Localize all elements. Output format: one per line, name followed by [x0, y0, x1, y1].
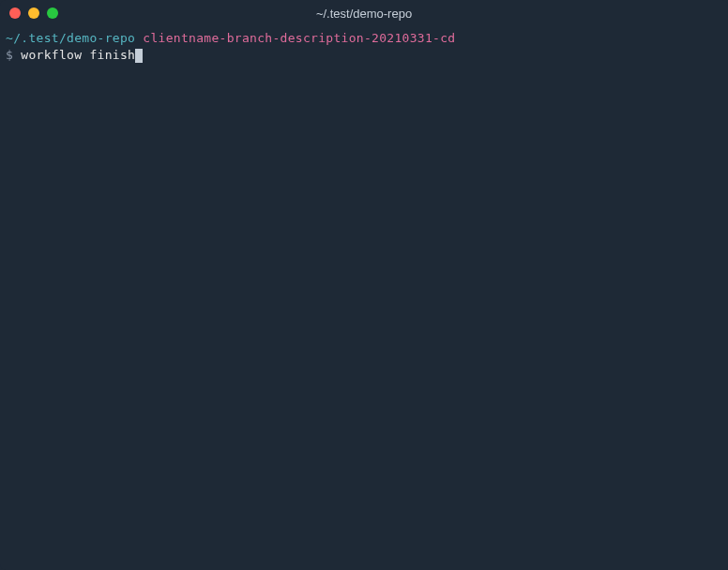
git-branch-name: clientname-branch-description-20210331-c…	[143, 31, 455, 45]
maximize-icon[interactable]	[47, 8, 58, 19]
traffic-lights	[0, 8, 58, 19]
cwd-path: ~/.test/demo-repo	[6, 31, 135, 45]
close-icon[interactable]	[9, 8, 21, 19]
terminal-body[interactable]: ~/.test/demo-repo clientname-branch-desc…	[0, 26, 728, 570]
minimize-icon[interactable]	[28, 8, 39, 19]
prompt-symbol: $	[6, 48, 13, 62]
titlebar: ~/.test/demo-repo	[0, 0, 728, 26]
window-title: ~/.test/demo-repo	[0, 7, 728, 21]
command-text: workflow finish	[21, 48, 135, 62]
prompt-line: ~/.test/demo-repo clientname-branch-desc…	[6, 30, 722, 47]
cursor-icon	[135, 49, 143, 63]
terminal-window: ~/.test/demo-repo ~/.test/demo-repo clie…	[0, 0, 728, 570]
command-line: $ workflow finish	[6, 47, 722, 64]
